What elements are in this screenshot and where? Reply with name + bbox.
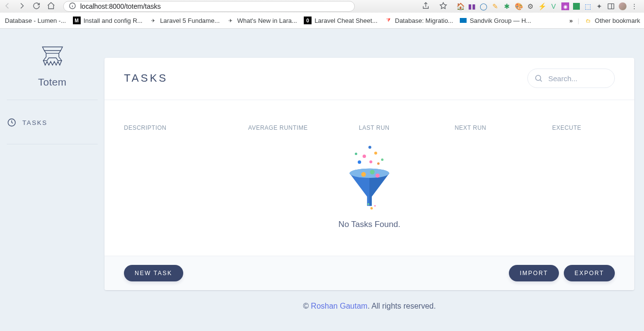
bookmark-item[interactable]: ✈ Laravel 5 Fundame... [148, 15, 221, 26]
col-avg-runtime[interactable]: AVERAGE RUNTIME [230, 124, 326, 131]
bookmark-label: What's New in Lara... [237, 17, 297, 24]
nav-home-icon[interactable] [47, 1, 55, 12]
url-text: localhost:8000/totem/tasks [80, 2, 161, 10]
col-description[interactable]: DESCRIPTION [124, 124, 230, 131]
svg-point-10 [361, 172, 366, 177]
ext-icon[interactable]: ⬚ [584, 2, 592, 10]
empty-state: No Tasks Found. [104, 146, 634, 229]
card-body: DESCRIPTION AVERAGE RUNTIME LAST RUN NEX… [104, 100, 634, 256]
bookmark-label: Database: Migratio... [395, 17, 453, 24]
extensions-menu-icon[interactable]: ✦ [595, 2, 603, 10]
side-panel-icon[interactable] [607, 2, 615, 10]
browser-toolbar: localhost:8000/totem/tasks 🏠 ▮▮ ◯ ✎ ✱ 🎨 … [0, 0, 644, 13]
svg-line-7 [540, 80, 541, 81]
favicon-icon: ✈ [226, 17, 234, 24]
extension-icons: 🏠 ▮▮ ◯ ✎ ✱ 🎨 ⚙ ⚡ V ◉ ⬚ ✦ ⋮ [456, 2, 638, 10]
new-task-button[interactable]: NEW TASK [124, 265, 183, 281]
favicon-icon: M [73, 17, 81, 24]
sidebar-item-label: TASKS [22, 119, 48, 126]
bookmark-label: Sandvik Group — H... [470, 17, 531, 24]
ext-icon[interactable]: ✱ [503, 2, 511, 10]
omnibox[interactable]: localhost:8000/totem/tasks [63, 1, 355, 12]
export-button[interactable]: EXPORT [564, 265, 615, 281]
bookmarks-bar: Database - Lumen -... M Install and conf… [0, 13, 644, 28]
other-bookmarks-button[interactable]: 🗀 Other bookmark [584, 17, 640, 24]
nav-reload-icon[interactable] [32, 1, 41, 12]
profile-avatar[interactable] [619, 2, 627, 10]
bookmark-item[interactable]: M Install and config R... [72, 15, 143, 26]
kebab-menu-icon[interactable]: ⋮ [630, 2, 638, 10]
bookmark-label: Install and config R... [84, 17, 142, 24]
ext-icon[interactable]: ◉ [561, 2, 569, 10]
svg-point-11 [370, 170, 375, 174]
bookmark-item[interactable]: 0 Laravel Cheat Sheet... [303, 15, 378, 26]
ext-icon[interactable]: ▮▮ [468, 2, 476, 10]
share-icon[interactable] [421, 1, 430, 12]
totem-logo-icon [38, 43, 67, 72]
site-info-icon[interactable] [69, 2, 76, 11]
ext-icon[interactable]: ◯ [480, 2, 487, 10]
funnel-icon [340, 155, 399, 213]
favicon-icon [460, 18, 467, 23]
ext-icon[interactable]: ⚙ [526, 2, 534, 10]
nav-back-icon[interactable] [3, 1, 12, 12]
search-icon [534, 74, 543, 83]
empty-message: No Tasks Found. [338, 220, 400, 229]
ext-icon[interactable]: ✎ [491, 2, 499, 10]
app-root: Totem TASKS TASKS [0, 29, 644, 331]
bookmark-label: Database - Lumen -... [5, 17, 66, 24]
svg-rect-3 [608, 4, 614, 9]
card-footer: NEW TASK IMPORT EXPORT [104, 256, 634, 290]
page-title: TASKS [124, 72, 168, 85]
import-button[interactable]: IMPORT [509, 265, 558, 281]
bookmark-label: Laravel Cheat Sheet... [314, 17, 377, 24]
col-next-run[interactable]: NEXT RUN [422, 124, 519, 131]
funnel-illustration [340, 146, 399, 209]
folder-icon: 🗀 [584, 17, 592, 24]
footer-author-link[interactable]: Roshan Gautam [311, 302, 368, 310]
brand-title: Totem [38, 76, 67, 88]
brand-logo[interactable]: Totem [5, 43, 100, 88]
svg-point-9 [349, 169, 389, 178]
sidebar: Totem TASKS [0, 29, 104, 331]
tasks-card: TASKS DESCRIPTION AVERAGE RUNTIME LAST R… [104, 58, 634, 290]
svg-point-6 [536, 75, 541, 81]
favicon-icon: ⧩ [384, 17, 392, 24]
footer-prefix: © [303, 302, 311, 310]
ext-icon[interactable] [573, 3, 580, 10]
col-execute[interactable]: EXECUTE [519, 124, 615, 131]
bookmark-item[interactable]: Sandvik Group — H... [459, 16, 532, 26]
clock-icon [7, 118, 17, 127]
ext-icon[interactable]: ⚡ [538, 2, 546, 10]
ext-icon[interactable]: 🏠 [456, 2, 464, 10]
favicon-icon: 0 [304, 17, 312, 24]
divider [7, 100, 98, 100]
search-wrap [527, 69, 615, 88]
ext-icon[interactable]: 🎨 [515, 2, 522, 10]
card-header: TASKS [104, 58, 634, 100]
divider [7, 144, 98, 144]
footer-suffix: . All rights reserved. [367, 302, 436, 310]
table-header: DESCRIPTION AVERAGE RUNTIME LAST RUN NEX… [104, 100, 634, 131]
bookmarks-overflow-icon[interactable]: » [569, 17, 573, 24]
browser-chrome: localhost:8000/totem/tasks 🏠 ▮▮ ◯ ✎ ✱ 🎨 … [0, 0, 644, 29]
bookmark-item[interactable]: Database - Lumen -... [4, 16, 67, 26]
svg-point-12 [376, 174, 380, 177]
favicon-icon: ✈ [149, 17, 157, 24]
other-bookmarks-label: Other bookmark [595, 17, 640, 24]
page-footer: © Roshan Gautam. All rights reserved. [104, 290, 634, 325]
col-last-run[interactable]: LAST RUN [326, 124, 422, 131]
bookmark-item[interactable]: ⧩ Database: Migratio... [383, 15, 454, 26]
ext-icon[interactable]: V [550, 2, 557, 10]
sidebar-item-tasks[interactable]: TASKS [5, 115, 100, 130]
bookmark-star-icon[interactable] [439, 1, 448, 12]
main-content: TASKS DESCRIPTION AVERAGE RUNTIME LAST R… [104, 29, 634, 331]
bookmark-label: Laravel 5 Fundame... [160, 17, 220, 24]
nav-forward-icon[interactable] [17, 1, 26, 12]
bookmark-item[interactable]: ✈ What's New in Lara... [226, 15, 298, 26]
